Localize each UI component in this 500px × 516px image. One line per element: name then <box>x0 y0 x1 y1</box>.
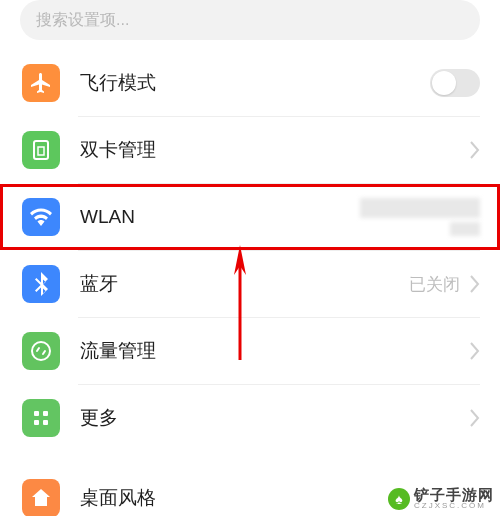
airplane-label: 飞行模式 <box>80 70 430 96</box>
row-bluetooth[interactable]: 蓝牙 已关闭 <box>0 251 500 317</box>
watermark-cn: 铲子手游网 <box>414 487 494 502</box>
svg-rect-3 <box>34 411 39 416</box>
section-gap <box>0 451 500 465</box>
svg-rect-0 <box>34 141 48 159</box>
bluetooth-icon <box>22 265 60 303</box>
wifi-icon <box>22 198 60 236</box>
row-more[interactable]: 更多 <box>0 385 500 451</box>
wlan-value-redacted <box>360 198 480 236</box>
bluetooth-label: 蓝牙 <box>80 271 409 297</box>
wlan-label: WLAN <box>80 206 360 228</box>
row-airplane-mode[interactable]: 飞行模式 <box>0 50 500 116</box>
chevron-right-icon <box>470 141 480 159</box>
home-icon <box>22 479 60 516</box>
chevron-right-icon <box>470 342 480 360</box>
airplane-icon <box>22 64 60 102</box>
search-placeholder: 搜索设置项... <box>36 10 129 31</box>
bluetooth-value: 已关闭 <box>409 273 460 296</box>
traffic-label: 流量管理 <box>80 338 470 364</box>
row-traffic-management[interactable]: 流量管理 <box>0 318 500 384</box>
airplane-toggle[interactable] <box>430 69 480 97</box>
spade-icon: ♠ <box>388 488 410 510</box>
svg-rect-4 <box>43 411 48 416</box>
svg-point-2 <box>32 342 50 360</box>
svg-rect-6 <box>43 420 48 425</box>
search-input[interactable]: 搜索设置项... <box>20 0 480 40</box>
svg-rect-1 <box>38 147 44 155</box>
chevron-right-icon <box>470 409 480 427</box>
simcard-icon <box>22 131 60 169</box>
svg-rect-5 <box>34 420 39 425</box>
traffic-icon <box>22 332 60 370</box>
row-dual-sim[interactable]: 双卡管理 <box>0 117 500 183</box>
chevron-right-icon <box>470 275 480 293</box>
dualsim-label: 双卡管理 <box>80 137 470 163</box>
more-label: 更多 <box>80 405 470 431</box>
row-wlan[interactable]: WLAN <box>0 184 500 250</box>
watermark: ♠ 铲子手游网 CZJXSC.COM <box>386 485 496 512</box>
more-icon <box>22 399 60 437</box>
watermark-en: CZJXSC.COM <box>414 502 494 510</box>
settings-list: 飞行模式 双卡管理 WLAN 蓝牙 已关 <box>0 50 500 516</box>
